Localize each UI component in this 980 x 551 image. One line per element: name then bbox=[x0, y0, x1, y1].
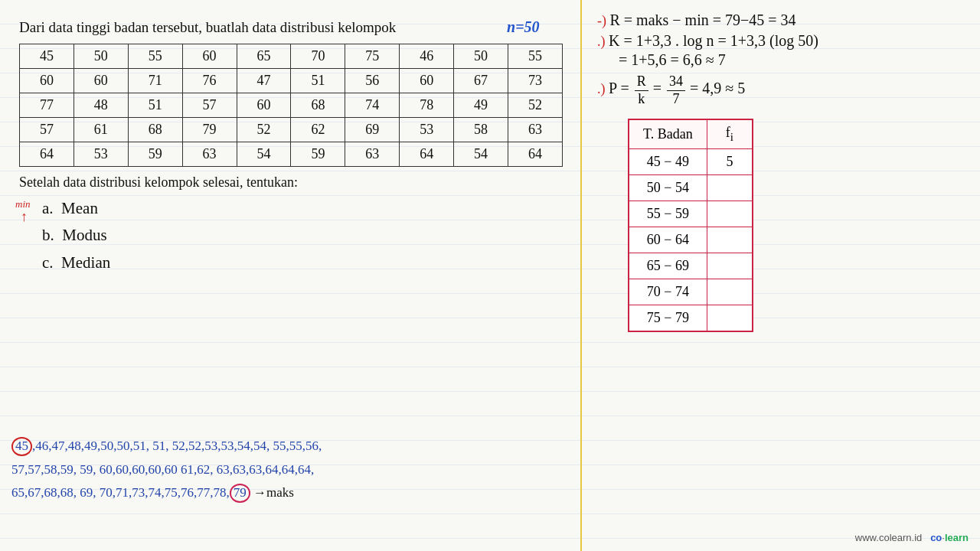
formula-k-line2: = 1+5,6 = 6,6 ≈ 7 bbox=[597, 51, 965, 69]
data-table: 45505560657075465055 6060717647515660677… bbox=[19, 44, 563, 167]
site-url: www.colearn.id bbox=[855, 532, 928, 543]
fi-50-54 bbox=[707, 174, 753, 201]
table-row: 60607176475156606773 bbox=[20, 68, 563, 93]
sorted-line-2: 57,57,58,59, 59, 60,60,60,60,60 61,62, 6… bbox=[11, 458, 569, 482]
right-panel: -) R = maks − min = 79−45 = 34 .) K = 1+… bbox=[582, 0, 980, 551]
after-table-text: Setelah data distribusi kelompok selesai… bbox=[19, 174, 561, 191]
formula-k-text2: = 1+5,6 = 6,6 ≈ 7 bbox=[619, 51, 726, 68]
dist-table-container: T. Badan fi 45 − 49 5 50 − 54 bbox=[597, 119, 965, 332]
dist-table-row: 65 − 69 bbox=[629, 253, 753, 279]
maks-arrow: →maks bbox=[250, 485, 294, 500]
formula-p-text: P = bbox=[609, 80, 633, 96]
list-item-mean: a. Mean bbox=[42, 195, 561, 223]
range-65-69: 65 − 69 bbox=[629, 253, 707, 279]
formula-r: -) R = maks − min = 79−45 = 34 bbox=[597, 11, 965, 29]
fi-70-74 bbox=[707, 279, 753, 305]
formula-p-result: = 4,9 ≈ 5 bbox=[690, 80, 745, 96]
formula-section: -) R = maks − min = 79−45 = 34 .) K = 1+… bbox=[597, 11, 965, 332]
fi-60-64 bbox=[707, 227, 753, 253]
fi-65-69 bbox=[707, 253, 753, 279]
n-label: n=50 bbox=[507, 18, 540, 35]
intro-text: Dari data tinggi badan tersebut, buatlah… bbox=[19, 15, 561, 39]
col-header-fi: fi bbox=[707, 119, 753, 148]
dist-table-row: 60 − 64 bbox=[629, 227, 753, 253]
range-45-49: 45 − 49 bbox=[629, 148, 707, 174]
learn-text: learn bbox=[945, 532, 969, 543]
fi-45-49: 5 bbox=[707, 148, 753, 174]
formula-k-text1: K = 1+3,3 . log n = 1+3,3 (log 50) bbox=[609, 32, 818, 49]
fi-75-79 bbox=[707, 305, 753, 331]
list-item-modus: b. Modus bbox=[42, 222, 561, 249]
fi-55-59 bbox=[707, 201, 753, 227]
sorted-line-3: 65,67,68,68, 69, 70,71,73,74,75,76,77,78… bbox=[11, 481, 569, 505]
dist-table-header-row: T. Badan fi bbox=[629, 119, 753, 148]
formula-r-text: R = maks − min = 79−45 = 34 bbox=[610, 11, 796, 28]
step-marker-1: -) bbox=[597, 13, 610, 28]
max-value-circle: 79 bbox=[230, 484, 250, 502]
intro-content: Dari data tinggi badan tersebut, buatlah… bbox=[19, 19, 396, 35]
dist-table-row: 70 − 74 bbox=[629, 279, 753, 305]
dist-table-row: 50 − 54 bbox=[629, 174, 753, 201]
left-panel: Dari data tinggi badan tersebut, buatlah… bbox=[0, 0, 582, 551]
fraction-34-7: 34 7 bbox=[667, 73, 685, 107]
co-text: co bbox=[930, 532, 942, 543]
sorted-line-1: 45,46,47,48,49,50,50,51, 51, 52,52,53,53… bbox=[11, 435, 569, 458]
sorted-sequence: 45,46,47,48,49,50,50,51, 51, 52,52,53,53… bbox=[11, 435, 569, 505]
task-list: a. Mean b. Modus c. Median bbox=[19, 195, 561, 277]
dist-table-row: 45 − 49 5 bbox=[629, 148, 753, 174]
range-70-74: 70 − 74 bbox=[629, 279, 707, 305]
formula-p-equals: = bbox=[653, 80, 665, 96]
formula-k-line1: .) K = 1+3,3 . log n = 1+3,3 (log 50) bbox=[597, 32, 965, 50]
table-row: 64535963545963645464 bbox=[20, 142, 563, 166]
table-row: 57616879526269535863 bbox=[20, 117, 563, 142]
colearn-badge: www.colearn.id co·learn bbox=[855, 532, 969, 543]
col-header-tbadan: T. Badan bbox=[629, 119, 707, 148]
step-marker-2: .) bbox=[597, 34, 609, 49]
step-marker-3: .) bbox=[597, 81, 609, 96]
dist-table-row: 55 − 59 bbox=[629, 201, 753, 227]
formula-p: .) P = R k = 34 7 = 4,9 ≈ 5 bbox=[597, 73, 965, 107]
distribution-table: T. Badan fi 45 − 49 5 50 − 54 bbox=[628, 119, 753, 332]
list-item-median: c. Median bbox=[42, 249, 561, 277]
range-60-64: 60 − 64 bbox=[629, 227, 707, 253]
range-75-79: 75 − 79 bbox=[629, 305, 707, 331]
fraction-r-k: R k bbox=[635, 73, 648, 107]
dist-table-row: 75 − 79 bbox=[629, 305, 753, 331]
table-row: 45505560657075465055 bbox=[20, 44, 563, 68]
range-50-54: 50 − 54 bbox=[629, 174, 707, 201]
table-row: 77485157606874784952 bbox=[20, 93, 563, 117]
range-55-59: 55 − 59 bbox=[629, 201, 707, 227]
